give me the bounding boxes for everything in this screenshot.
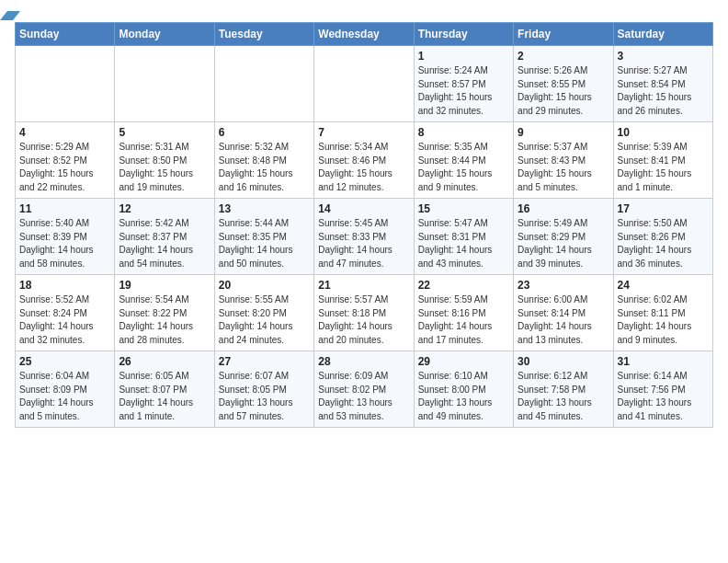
calendar-cell — [16, 46, 115, 122]
col-header-thursday: Thursday — [414, 23, 513, 46]
day-number: 6 — [219, 126, 310, 139]
calendar-cell: 26Sunrise: 6:05 AMSunset: 8:07 PMDayligh… — [115, 351, 214, 428]
day-number: 30 — [518, 355, 609, 368]
calendar-cell: 5Sunrise: 5:31 AMSunset: 8:50 PMDaylight… — [115, 122, 214, 199]
calendar-table: SundayMondayTuesdayWednesdayThursdayFrid… — [15, 22, 713, 428]
day-info: Sunrise: 5:24 AMSunset: 8:57 PMDaylight:… — [418, 64, 509, 118]
calendar-cell: 28Sunrise: 6:09 AMSunset: 8:02 PMDayligh… — [314, 351, 414, 428]
calendar-cell: 16Sunrise: 5:49 AMSunset: 8:29 PMDayligh… — [514, 199, 613, 275]
calendar-cell: 27Sunrise: 6:07 AMSunset: 8:05 PMDayligh… — [214, 351, 313, 428]
day-number: 26 — [119, 355, 210, 368]
svg-marker-0 — [0, 11, 20, 20]
calendar-cell: 18Sunrise: 5:52 AMSunset: 8:24 PMDayligh… — [16, 275, 115, 351]
day-info: Sunrise: 5:34 AMSunset: 8:46 PMDaylight:… — [318, 141, 409, 194]
day-info: Sunrise: 5:49 AMSunset: 8:29 PMDaylight:… — [518, 217, 609, 270]
col-header-friday: Friday — [514, 23, 613, 46]
day-number: 24 — [618, 279, 709, 292]
day-info: Sunrise: 5:55 AMSunset: 8:20 PMDaylight:… — [219, 293, 310, 347]
day-number: 8 — [418, 126, 509, 139]
day-info: Sunrise: 5:59 AMSunset: 8:16 PMDaylight:… — [418, 293, 509, 347]
calendar-cell: 3Sunrise: 5:27 AMSunset: 8:54 PMDaylight… — [613, 46, 712, 122]
calendar-week-row: 18Sunrise: 5:52 AMSunset: 8:24 PMDayligh… — [16, 275, 713, 351]
day-number: 5 — [119, 126, 210, 139]
col-header-sunday: Sunday — [16, 23, 115, 46]
calendar-cell: 4Sunrise: 5:29 AMSunset: 8:52 PMDaylight… — [16, 122, 115, 199]
calendar-cell: 29Sunrise: 6:10 AMSunset: 8:00 PMDayligh… — [414, 351, 513, 428]
calendar-cell: 31Sunrise: 6:14 AMSunset: 7:56 PMDayligh… — [613, 351, 712, 428]
calendar-cell: 19Sunrise: 5:54 AMSunset: 8:22 PMDayligh… — [115, 275, 214, 351]
day-number: 15 — [418, 202, 509, 215]
day-number: 3 — [618, 50, 709, 63]
day-number: 7 — [318, 126, 409, 139]
day-number: 11 — [19, 202, 110, 215]
day-number: 29 — [418, 355, 509, 368]
day-info: Sunrise: 6:10 AMSunset: 8:00 PMDaylight:… — [418, 370, 509, 423]
col-header-tuesday: Tuesday — [214, 23, 313, 46]
calendar-cell: 10Sunrise: 5:39 AMSunset: 8:41 PMDayligh… — [613, 122, 712, 199]
day-info: Sunrise: 6:00 AMSunset: 8:14 PMDaylight:… — [518, 293, 609, 347]
day-info: Sunrise: 5:39 AMSunset: 8:41 PMDaylight:… — [618, 141, 709, 194]
day-info: Sunrise: 5:44 AMSunset: 8:35 PMDaylight:… — [219, 217, 310, 270]
day-number: 25 — [19, 355, 110, 368]
calendar-cell — [214, 46, 313, 122]
col-header-wednesday: Wednesday — [314, 23, 414, 46]
day-info: Sunrise: 6:04 AMSunset: 8:09 PMDaylight:… — [19, 370, 110, 423]
day-info: Sunrise: 5:37 AMSunset: 8:43 PMDaylight:… — [518, 141, 609, 194]
col-header-saturday: Saturday — [613, 23, 712, 46]
day-info: Sunrise: 5:42 AMSunset: 8:37 PMDaylight:… — [119, 217, 210, 270]
day-number: 1 — [418, 50, 509, 63]
day-number: 18 — [19, 279, 110, 292]
calendar-cell: 13Sunrise: 5:44 AMSunset: 8:35 PMDayligh… — [214, 199, 313, 275]
calendar-cell: 9Sunrise: 5:37 AMSunset: 8:43 PMDaylight… — [514, 122, 613, 199]
day-info: Sunrise: 5:45 AMSunset: 8:33 PMDaylight:… — [318, 217, 409, 270]
calendar-cell: 25Sunrise: 6:04 AMSunset: 8:09 PMDayligh… — [16, 351, 115, 428]
calendar-cell: 7Sunrise: 5:34 AMSunset: 8:46 PMDaylight… — [314, 122, 414, 199]
calendar-cell — [314, 46, 414, 122]
day-info: Sunrise: 5:31 AMSunset: 8:50 PMDaylight:… — [119, 141, 210, 194]
logo-wing-icon — [0, 11, 20, 20]
calendar-cell: 20Sunrise: 5:55 AMSunset: 8:20 PMDayligh… — [214, 275, 313, 351]
day-info: Sunrise: 5:29 AMSunset: 8:52 PMDaylight:… — [19, 141, 110, 194]
day-info: Sunrise: 6:05 AMSunset: 8:07 PMDaylight:… — [119, 370, 210, 423]
calendar-cell: 14Sunrise: 5:45 AMSunset: 8:33 PMDayligh… — [314, 199, 414, 275]
calendar-cell: 1Sunrise: 5:24 AMSunset: 8:57 PMDaylight… — [414, 46, 513, 122]
calendar-cell — [115, 46, 214, 122]
calendar-week-row: 1Sunrise: 5:24 AMSunset: 8:57 PMDaylight… — [16, 46, 713, 122]
day-info: Sunrise: 6:14 AMSunset: 7:56 PMDaylight:… — [618, 370, 709, 423]
calendar-cell: 17Sunrise: 5:50 AMSunset: 8:26 PMDayligh… — [613, 199, 712, 275]
day-info: Sunrise: 6:09 AMSunset: 8:02 PMDaylight:… — [318, 370, 409, 423]
day-number: 22 — [418, 279, 509, 292]
day-info: Sunrise: 5:57 AMSunset: 8:18 PMDaylight:… — [318, 293, 409, 347]
day-number: 9 — [518, 126, 609, 139]
calendar-cell: 22Sunrise: 5:59 AMSunset: 8:16 PMDayligh… — [414, 275, 513, 351]
calendar-cell: 11Sunrise: 5:40 AMSunset: 8:39 PMDayligh… — [16, 199, 115, 275]
calendar-header-row: SundayMondayTuesdayWednesdayThursdayFrid… — [16, 23, 713, 46]
calendar-week-row: 25Sunrise: 6:04 AMSunset: 8:09 PMDayligh… — [16, 351, 713, 428]
day-number: 14 — [318, 202, 409, 215]
day-number: 16 — [518, 202, 609, 215]
calendar-cell: 15Sunrise: 5:47 AMSunset: 8:31 PMDayligh… — [414, 199, 513, 275]
day-info: Sunrise: 5:32 AMSunset: 8:48 PMDaylight:… — [219, 141, 310, 194]
day-info: Sunrise: 5:40 AMSunset: 8:39 PMDaylight:… — [19, 217, 110, 270]
day-info: Sunrise: 6:02 AMSunset: 8:11 PMDaylight:… — [618, 293, 709, 347]
calendar-cell: 21Sunrise: 5:57 AMSunset: 8:18 PMDayligh… — [314, 275, 414, 351]
day-number: 13 — [219, 202, 310, 215]
day-info: Sunrise: 5:35 AMSunset: 8:44 PMDaylight:… — [418, 141, 509, 194]
day-info: Sunrise: 6:07 AMSunset: 8:05 PMDaylight:… — [219, 370, 310, 423]
day-number: 19 — [119, 279, 210, 292]
day-number: 23 — [518, 279, 609, 292]
day-info: Sunrise: 5:52 AMSunset: 8:24 PMDaylight:… — [19, 293, 110, 347]
calendar-cell: 23Sunrise: 6:00 AMSunset: 8:14 PMDayligh… — [514, 275, 613, 351]
day-number: 27 — [219, 355, 310, 368]
col-header-monday: Monday — [115, 23, 214, 46]
day-number: 12 — [119, 202, 210, 215]
day-info: Sunrise: 5:26 AMSunset: 8:55 PMDaylight:… — [518, 64, 609, 118]
calendar-cell: 6Sunrise: 5:32 AMSunset: 8:48 PMDaylight… — [214, 122, 313, 199]
day-info: Sunrise: 5:54 AMSunset: 8:22 PMDaylight:… — [119, 293, 210, 347]
day-number: 20 — [219, 279, 310, 292]
calendar-week-row: 4Sunrise: 5:29 AMSunset: 8:52 PMDaylight… — [16, 122, 713, 199]
calendar-week-row: 11Sunrise: 5:40 AMSunset: 8:39 PMDayligh… — [16, 199, 713, 275]
day-info: Sunrise: 5:50 AMSunset: 8:26 PMDaylight:… — [618, 217, 709, 270]
calendar-cell: 8Sunrise: 5:35 AMSunset: 8:44 PMDaylight… — [414, 122, 513, 199]
calendar-cell: 2Sunrise: 5:26 AMSunset: 8:55 PMDaylight… — [514, 46, 613, 122]
